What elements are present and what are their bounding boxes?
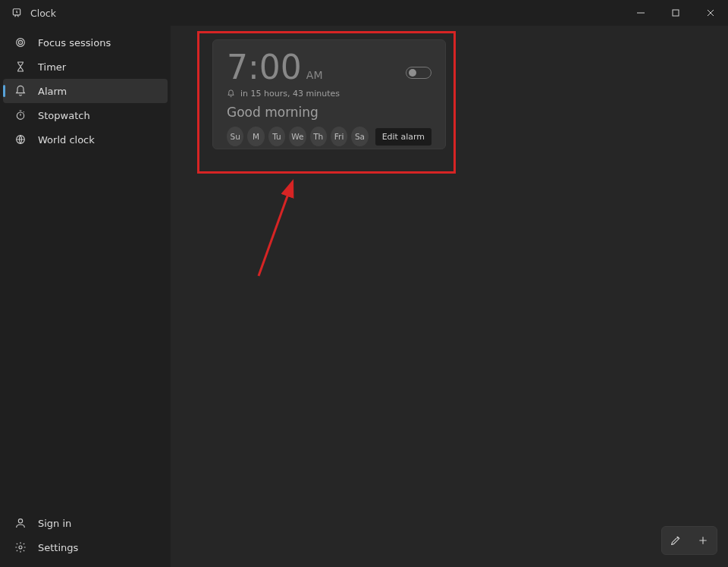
app-title: Clock	[30, 8, 56, 19]
day-pill-th[interactable]: Th	[310, 127, 327, 146]
sidebar-item-settings[interactable]: Settings	[3, 535, 168, 559]
sidebar: Focus sessions Timer Alarm Stopwatch Wor	[0, 26, 171, 567]
globe-icon	[14, 133, 27, 146]
alarm-name: Good morning	[227, 105, 431, 120]
alarm-ampm: AM	[306, 69, 323, 84]
gear-icon	[14, 541, 27, 553]
sidebar-item-stopwatch[interactable]: Stopwatch	[3, 103, 168, 127]
sidebar-item-label: Alarm	[38, 86, 67, 97]
bell-icon	[14, 85, 27, 97]
sidebar-item-label: Settings	[38, 542, 78, 553]
clock-app-icon	[11, 7, 23, 19]
main-content: 7:00 AM in 15 hours, 43 minutes Good mor…	[171, 26, 728, 567]
day-pill-su[interactable]: Su	[227, 127, 243, 146]
day-pill-fr[interactable]: Fri	[331, 127, 347, 146]
sidebar-item-label: World clock	[38, 134, 95, 146]
sidebar-item-timer[interactable]: Timer	[3, 55, 168, 79]
person-icon	[14, 517, 27, 529]
alarm-countdown: in 15 hours, 43 minutes	[240, 89, 340, 99]
alarm-toggle[interactable]	[406, 67, 431, 79]
sidebar-item-alarm[interactable]: Alarm	[3, 79, 168, 103]
edit-alarms-button[interactable]	[662, 527, 689, 554]
alarm-time: 7:00	[227, 51, 302, 84]
day-pill-sa[interactable]: Sa	[351, 127, 368, 146]
sidebar-item-focus-sessions[interactable]: Focus sessions	[3, 30, 168, 55]
sidebar-item-signin[interactable]: Sign in	[3, 511, 168, 535]
svg-point-7	[18, 519, 22, 523]
annotation-arrow	[256, 177, 309, 284]
svg-line-9	[259, 183, 292, 276]
hourglass-icon	[14, 61, 27, 73]
day-pill-we[interactable]: We	[289, 127, 306, 146]
title-bar: Clock	[0, 0, 728, 26]
day-pill-m[interactable]: M	[247, 127, 264, 146]
sidebar-item-label: Sign in	[38, 518, 71, 529]
sidebar-item-label: Timer	[38, 61, 66, 73]
day-pill-tu[interactable]: Tu	[268, 127, 285, 146]
alarm-days-row: Su M Tu We Th Fri Sa Edit alarm	[227, 127, 431, 146]
svg-point-8	[19, 546, 22, 549]
stopwatch-icon	[14, 109, 27, 121]
close-button[interactable]	[693, 0, 728, 26]
sidebar-item-label: Focus sessions	[38, 37, 111, 49]
minimize-button[interactable]	[623, 0, 658, 26]
maximize-button[interactable]	[658, 0, 693, 26]
toggle-knob	[409, 69, 416, 77]
alarm-card[interactable]: 7:00 AM in 15 hours, 43 minutes Good mor…	[212, 39, 446, 149]
bottom-action-bar	[661, 526, 717, 555]
window-controls	[623, 0, 728, 26]
title-bar-left: Clock	[0, 7, 56, 19]
bell-small-icon	[227, 89, 235, 98]
svg-rect-1	[673, 10, 679, 16]
target-icon	[14, 36, 27, 49]
alarm-countdown-row: in 15 hours, 43 minutes	[227, 89, 431, 99]
sidebar-item-world-clock[interactable]: World clock	[3, 127, 168, 152]
edit-alarm-tooltip: Edit alarm	[375, 128, 431, 146]
svg-point-4	[20, 42, 20, 42]
add-alarm-button[interactable]	[689, 527, 717, 554]
sidebar-item-label: Stopwatch	[38, 110, 90, 121]
